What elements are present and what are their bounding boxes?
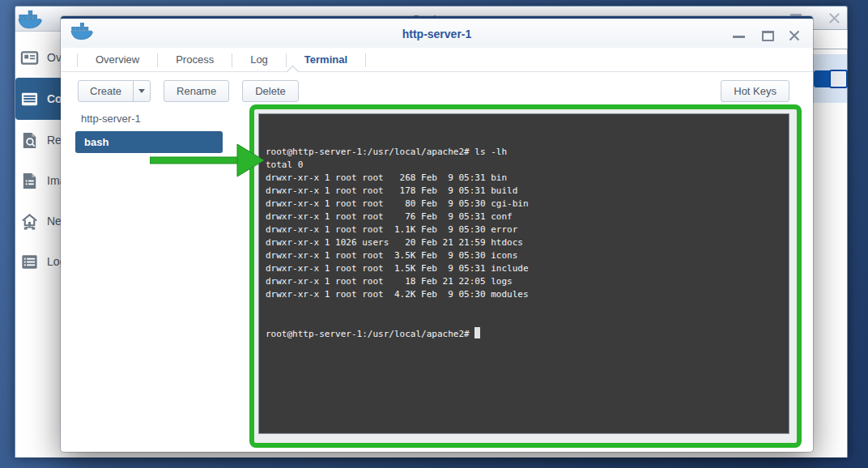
hot-keys-button[interactable]: Hot Keys	[721, 80, 789, 102]
overview-icon	[20, 49, 39, 67]
dialog-header: http-server-1	[61, 19, 813, 48]
create-button[interactable]: Create	[79, 81, 133, 101]
annotation-highlight-box: root@http-server-1:/usr/local/apache2# l…	[249, 104, 802, 448]
dialog-title: http-server-1	[61, 28, 813, 40]
rename-button[interactable]: Rename	[164, 80, 229, 102]
log-icon	[20, 253, 39, 271]
annotation-arrow	[150, 132, 271, 181]
app-close-button[interactable]	[828, 12, 840, 24]
terminal-output: root@http-server-1:/usr/local/apache2# l…	[259, 114, 789, 372]
container-power-toggle[interactable]	[814, 70, 847, 87]
terminal-prompt-row: root@http-server-1:/usr/local/apache2#	[266, 327, 782, 341]
registry-icon	[20, 131, 39, 150]
container-icon	[20, 90, 39, 108]
terminal-screen[interactable]: root@http-server-1:/usr/local/apache2# l…	[258, 113, 789, 434]
tab-process[interactable]: Process	[158, 49, 232, 71]
tab-terminal[interactable]: Terminal	[287, 49, 365, 71]
image-icon	[20, 172, 39, 190]
session-tree-container-name[interactable]: http-server-1	[81, 113, 141, 125]
chevron-down-icon	[138, 89, 145, 93]
delete-button[interactable]: Delete	[242, 80, 299, 102]
dialog-maximize-button[interactable]	[762, 31, 774, 41]
tab-separator	[365, 53, 366, 67]
tab-log[interactable]: Log	[232, 49, 286, 71]
toggle-knob	[829, 70, 848, 88]
dialog-toolbar: Create Rename Delete Hot Keys	[78, 80, 813, 102]
dialog-close-button[interactable]	[788, 29, 801, 42]
container-details-dialog: http-server-1 Overview Process Log Termi…	[61, 16, 813, 452]
network-icon	[20, 212, 39, 231]
terminal-cursor	[474, 327, 480, 338]
create-split-button: Create	[78, 80, 151, 102]
create-dropdown-button[interactable]	[133, 81, 150, 101]
dialog-tab-bar: Overview Process Log Terminal	[61, 49, 813, 72]
terminal-prompt: root@http-server-1:/usr/local/apache2#	[266, 329, 474, 339]
terminal-output-lines: root@http-server-1:/usr/local/apache2# l…	[266, 146, 782, 301]
tab-overview[interactable]: Overview	[78, 49, 157, 71]
dialog-minimize-button[interactable]	[733, 36, 745, 38]
